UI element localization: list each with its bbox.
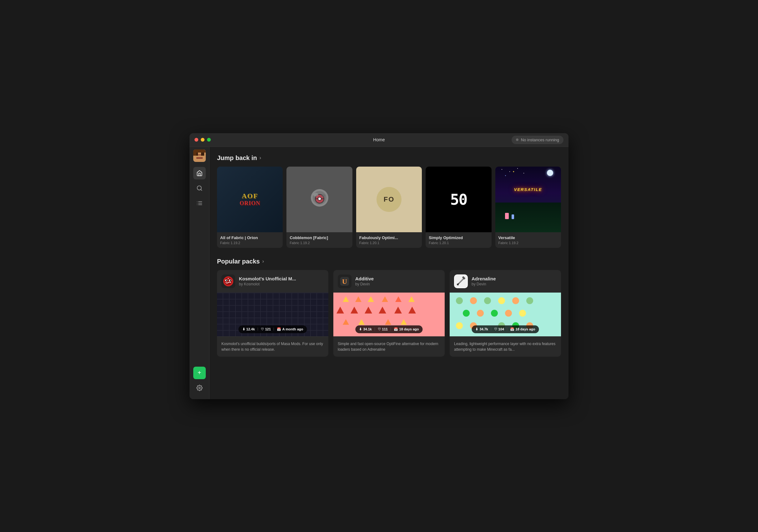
- aof-text-top: AOF: [242, 192, 258, 200]
- pack-card-fo[interactable]: FO Fabulously Optimi... Fabric 1.20.1: [356, 167, 422, 248]
- pack-card-versatile[interactable]: VERSATILE ✦ ✦ Versati: [495, 167, 561, 248]
- pack-info-fo: Fabulously Optimi... Fabric 1.20.1: [356, 232, 422, 248]
- pack-thumb-cobblemon: [287, 167, 352, 232]
- svg-point-24: [322, 194, 325, 197]
- popular-card-kosmolot[interactable]: Kosmolot's Unofficial M... by Kosmolot ⬇…: [217, 270, 328, 357]
- adrenaline-info: Adrenaline by Devin: [471, 276, 496, 286]
- kosmolot-stats: ⬇ 12.4k | ♡ 121 | 📅 A month ago: [239, 325, 307, 333]
- pack-version-so: Fabric 1.20.1: [429, 241, 488, 245]
- svg-line-9: [200, 189, 202, 190]
- avatar[interactable]: [193, 150, 206, 162]
- sidebar-item-home[interactable]: [193, 167, 206, 180]
- pack-version-aof: Fabric 1.19.2: [220, 241, 280, 245]
- svg-point-40: [457, 283, 459, 285]
- pack-version-versatile: Fabric 1.19.2: [499, 241, 558, 245]
- pack-version-cobblemon: Fabric 1.19.2: [290, 241, 349, 245]
- adrenaline-icon: [454, 275, 468, 288]
- pack-version-fo: Fabric 1.20.1: [359, 241, 419, 245]
- calendar-icon: 📅: [394, 327, 398, 331]
- pack-name-so: Simply Optimized: [429, 235, 488, 240]
- popular-packs-title: Popular packs: [217, 258, 260, 265]
- pack-name-cobblemon: Cobblemon [Fabric]: [290, 235, 349, 240]
- close-button[interactable]: [194, 138, 198, 142]
- jump-back-header: Jump back in ›: [217, 154, 561, 162]
- minimize-button[interactable]: [201, 138, 204, 142]
- adrenaline-name: Adrenaline: [471, 276, 496, 281]
- adrenaline-desc: Leading, lightweight performance layer w…: [450, 336, 561, 357]
- pack-info-so: Simply Optimized Fabric 1.20.1: [426, 232, 491, 248]
- svg-rect-7: [193, 150, 196, 156]
- pack-info-aof: All of Fabric | Orion Fabric 1.19.2: [217, 232, 283, 248]
- add-icon: +: [198, 369, 201, 376]
- kosmolot-info: Kosmolot's Unofficial M... by Kosmolot: [239, 276, 296, 286]
- additive-author: by Devin: [355, 282, 374, 286]
- additive-stats: ⬇ 34.1k | ♡ 111 | 📅 18 days ago: [355, 325, 423, 333]
- download-icon: ⬇: [475, 327, 478, 331]
- svg-text:U: U: [342, 278, 347, 285]
- popular-card-adrenaline[interactable]: Adrenaline by Devin: [450, 270, 561, 357]
- fo-circle: FO: [376, 187, 401, 212]
- adrenaline-age: 📅 18 days ago: [510, 327, 535, 331]
- pack-thumb-versatile: VERSATILE ✦ ✦: [495, 167, 561, 232]
- add-button[interactable]: +: [193, 367, 206, 379]
- pack-info-versatile: Versatile Fabric 1.19.2: [495, 232, 561, 248]
- svg-point-23: [313, 193, 318, 197]
- adrenaline-stats: ⬇ 34.7k | ♡ 104 | 📅 18 days ago: [471, 325, 539, 333]
- pack-card-aof[interactable]: AOF ORION All of Fabric | Orion Fabric 1…: [217, 167, 283, 248]
- sidebar: +: [190, 147, 210, 399]
- adrenaline-downloads: ⬇ 34.7k: [475, 327, 488, 331]
- additive-header: U Additive by Devin: [333, 270, 445, 293]
- pack-card-cobblemon[interactable]: Cobblemon [Fabric] Fabric 1.19.2: [287, 167, 352, 248]
- additive-downloads: ⬇ 34.1k: [359, 327, 372, 331]
- svg-rect-4: [198, 154, 201, 156]
- heart-icon: ♡: [261, 327, 264, 331]
- svg-point-22: [318, 197, 321, 200]
- kosmolot-icon: [222, 275, 235, 288]
- popular-packs-grid: Kosmolot's Unofficial M... by Kosmolot ⬇…: [217, 270, 561, 357]
- settings-button[interactable]: [193, 382, 206, 394]
- so-text: 50: [450, 191, 467, 208]
- maximize-button[interactable]: [207, 138, 211, 142]
- window-title: Home: [373, 137, 385, 142]
- additive-name: Additive: [355, 276, 374, 281]
- sidebar-item-search[interactable]: [193, 182, 206, 194]
- popular-packs-header: Popular packs ›: [217, 258, 561, 265]
- sidebar-item-library[interactable]: [193, 197, 206, 210]
- sidebar-nav: [193, 167, 206, 367]
- additive-info: Additive by Devin: [355, 276, 374, 286]
- kosmolot-desc: Kosmolot's unofficial builds/ports of Ma…: [217, 336, 328, 357]
- titlebar-right: No instances running: [512, 136, 564, 144]
- instances-dot: [516, 139, 518, 141]
- kosmolot-age: 📅 A month ago: [277, 327, 303, 331]
- kosmolot-likes: ♡ 121: [261, 327, 271, 331]
- download-icon: ⬇: [242, 327, 245, 331]
- pack-thumb-so: 50: [426, 167, 491, 232]
- popular-card-additive[interactable]: U Additive by Devin: [333, 270, 445, 357]
- kosmolot-thumb: ⬇ 12.4k | ♡ 121 | 📅 A month ago: [217, 293, 328, 336]
- jump-back-arrow[interactable]: ›: [259, 155, 261, 161]
- heart-icon: ♡: [378, 327, 381, 331]
- svg-point-16: [198, 387, 200, 388]
- pack-thumb-fo: FO: [356, 167, 422, 232]
- kosmolot-downloads: ⬇ 12.4k: [242, 327, 255, 331]
- additive-age: 📅 18 days ago: [394, 327, 419, 331]
- instances-label: No instances running: [521, 138, 559, 142]
- adrenaline-thumb: ⬇ 34.7k | ♡ 104 | 📅 18 days ago: [450, 293, 561, 336]
- additive-icon: U: [338, 275, 352, 288]
- pack-name-versatile: Versatile: [499, 235, 558, 240]
- aof-text-bot: ORION: [240, 200, 260, 207]
- calendar-icon: 📅: [510, 327, 514, 331]
- app-window: Home No instances running: [190, 133, 568, 399]
- adrenaline-header: Adrenaline by Devin: [450, 270, 561, 293]
- popular-packs-arrow[interactable]: ›: [262, 258, 264, 264]
- jump-back-grid: AOF ORION All of Fabric | Orion Fabric 1…: [217, 167, 561, 248]
- pack-name-aof: All of Fabric | Orion: [220, 235, 280, 240]
- kosmolot-header: Kosmolot's Unofficial M... by Kosmolot: [217, 270, 328, 293]
- heart-icon: ♡: [494, 327, 497, 331]
- svg-rect-3: [201, 152, 204, 156]
- adrenaline-author: by Devin: [471, 282, 496, 286]
- pack-card-so[interactable]: 50 Simply Optimized Fabric 1.20.1: [426, 167, 491, 248]
- download-icon: ⬇: [359, 327, 362, 331]
- pack-info-cobblemon: Cobblemon [Fabric] Fabric 1.19.2: [287, 232, 352, 248]
- svg-point-31: [230, 280, 231, 281]
